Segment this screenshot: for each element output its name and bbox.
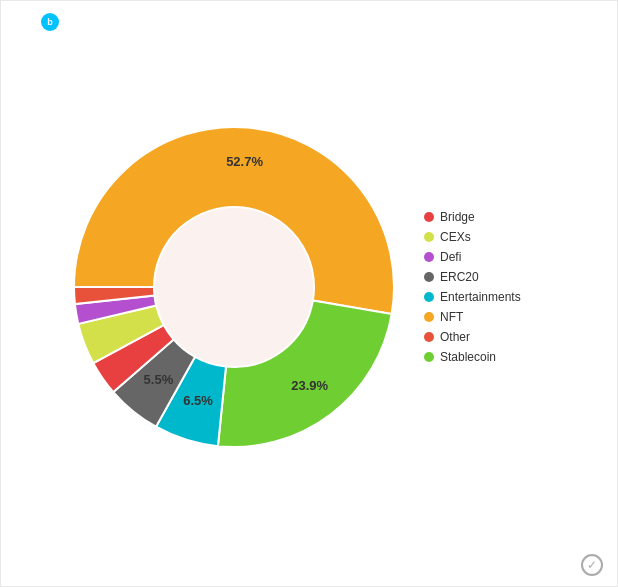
legend-label: ERC20 (440, 270, 479, 284)
legend-dot (424, 332, 434, 342)
svg-text:5.5%: 5.5% (144, 372, 174, 387)
legend-label: Stablecoin (440, 350, 496, 364)
brand-section: b (41, 13, 63, 31)
legend-item: Stablecoin (424, 350, 544, 364)
header: b (1, 1, 617, 37)
legend-dot (424, 232, 434, 242)
legend-item: CEXs (424, 230, 544, 244)
legend-dot (424, 212, 434, 222)
legend-label: CEXs (440, 230, 471, 244)
chart-area: 52.7%23.9%6.5%5.5% BridgeCEXsDefiERC20En… (1, 37, 617, 537)
legend-item: Defi (424, 250, 544, 264)
donut-svg: 52.7%23.9%6.5%5.5% (54, 107, 414, 467)
svg-text:52.7%: 52.7% (226, 154, 263, 169)
legend-dot (424, 252, 434, 262)
svg-text:6.5%: 6.5% (183, 393, 213, 408)
legend-label: Entertainments (440, 290, 521, 304)
legend-dot (424, 272, 434, 282)
legend: BridgeCEXsDefiERC20EntertainmentsNFTOthe… (424, 210, 544, 364)
legend-item: ERC20 (424, 270, 544, 284)
legend-label: Other (440, 330, 470, 344)
legend-item: Bridge (424, 210, 544, 224)
legend-dot (424, 292, 434, 302)
legend-dot (424, 312, 434, 322)
legend-item: NFT (424, 310, 544, 324)
legend-label: NFT (440, 310, 463, 324)
svg-text:23.9%: 23.9% (291, 378, 328, 393)
donut-chart: 52.7%23.9%6.5%5.5% (54, 107, 414, 467)
legend-item: Entertainments (424, 290, 544, 304)
legend-label: Defi (440, 250, 461, 264)
legend-item: Other (424, 330, 544, 344)
verified-badge: ✓ (581, 554, 603, 576)
brand-icon: b (41, 13, 59, 31)
legend-dot (424, 352, 434, 362)
legend-label: Bridge (440, 210, 475, 224)
